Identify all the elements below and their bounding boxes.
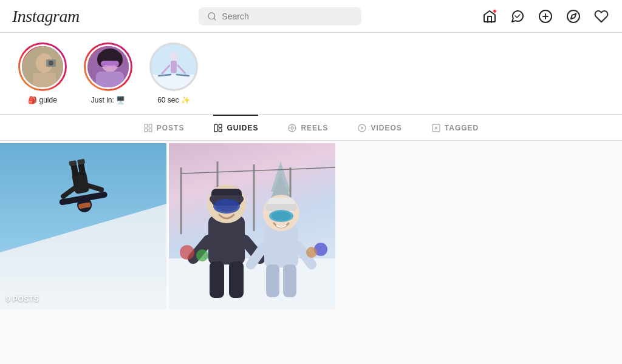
header: Instagram xyxy=(0,0,622,33)
tab-guides[interactable]: GUIDES xyxy=(213,115,258,140)
svg-rect-33 xyxy=(219,124,222,127)
videos-icon xyxy=(357,123,367,133)
svg-rect-74 xyxy=(210,261,224,298)
svg-rect-76 xyxy=(264,225,298,268)
svg-rect-75 xyxy=(229,261,244,298)
svg-rect-31 xyxy=(149,129,152,132)
grid-item-2[interactable] xyxy=(169,143,335,309)
home-icon[interactable] xyxy=(481,8,498,25)
svg-rect-84 xyxy=(266,265,279,297)
stories-section: 🎒 guide xyxy=(0,33,622,115)
tab-guides-label: GUIDES xyxy=(227,124,258,132)
grid-item-1[interactable]: 9 POSTS xyxy=(0,143,166,309)
instagram-logo: Instagram xyxy=(12,7,80,26)
content-grid: 9 POSTS xyxy=(0,141,622,309)
story-avatar-1 xyxy=(22,46,65,89)
tab-tagged[interactable]: TAGGED xyxy=(431,115,479,140)
search-box[interactable] xyxy=(199,7,361,25)
tab-reels[interactable]: REELS xyxy=(287,115,328,140)
story-item[interactable]: 60 sec ✨ xyxy=(149,42,198,104)
svg-rect-9 xyxy=(33,73,56,89)
svg-rect-28 xyxy=(145,124,148,127)
tab-tagged-label: TAGGED xyxy=(445,124,479,132)
grid-image-2 xyxy=(169,143,335,309)
svg-rect-17 xyxy=(101,61,119,67)
svg-rect-32 xyxy=(214,124,217,132)
svg-rect-18 xyxy=(96,72,124,89)
svg-point-71 xyxy=(216,201,238,212)
story-item[interactable]: 🎒 guide xyxy=(18,42,67,104)
svg-rect-85 xyxy=(283,265,296,297)
story-item[interactable]: Just in: 🖥️ xyxy=(84,42,132,104)
tab-posts[interactable]: POSTS xyxy=(143,115,185,140)
create-icon[interactable] xyxy=(537,8,554,25)
tab-posts-label: POSTS xyxy=(157,124,185,132)
story-ring-1 xyxy=(18,42,67,91)
explore-icon[interactable] xyxy=(565,8,582,25)
story-label-1: 🎒 guide xyxy=(28,96,57,104)
svg-point-89 xyxy=(306,247,317,258)
svg-rect-21 xyxy=(151,75,196,89)
tagged-icon xyxy=(431,123,441,133)
story-label-2: Just in: 🖥️ xyxy=(91,96,125,104)
posts-count-badge: 9 POSTS xyxy=(6,295,39,303)
story-avatar-2 xyxy=(87,46,131,89)
tab-videos-label: VIDEOS xyxy=(371,124,402,132)
grid-icon xyxy=(143,123,153,133)
svg-point-5 xyxy=(567,10,579,22)
svg-point-11 xyxy=(49,61,53,66)
search-input[interactable] xyxy=(222,12,353,21)
story-avatar-wrapper-3 xyxy=(149,42,198,91)
svg-rect-23 xyxy=(171,61,177,73)
svg-rect-30 xyxy=(145,129,148,132)
svg-point-22 xyxy=(169,52,178,61)
svg-point-87 xyxy=(196,249,208,261)
tab-videos[interactable]: VIDEOS xyxy=(357,115,402,140)
story-label-3: 60 sec ✨ xyxy=(157,96,190,104)
notifications-icon[interactable] xyxy=(593,8,610,25)
home-notification-dot xyxy=(493,9,497,13)
nav-icons xyxy=(481,8,610,25)
svg-marker-6 xyxy=(571,13,576,18)
tab-reels-label: REELS xyxy=(301,124,328,132)
svg-rect-29 xyxy=(149,124,152,127)
svg-point-81 xyxy=(272,211,291,221)
svg-point-86 xyxy=(180,245,194,260)
svg-line-1 xyxy=(214,18,216,20)
messenger-icon[interactable] xyxy=(509,8,526,25)
svg-marker-42 xyxy=(361,126,364,129)
tabs-section: POSTS GUIDES REELS VIDEOS xyxy=(0,115,622,141)
story-ring-2 xyxy=(84,42,132,91)
guides-icon xyxy=(213,123,223,133)
reels-icon xyxy=(287,123,297,133)
svg-point-36 xyxy=(291,127,293,129)
grid-image-1 xyxy=(0,143,166,309)
svg-rect-34 xyxy=(219,129,222,132)
search-icon xyxy=(207,12,217,21)
story-avatar-3 xyxy=(151,44,196,89)
